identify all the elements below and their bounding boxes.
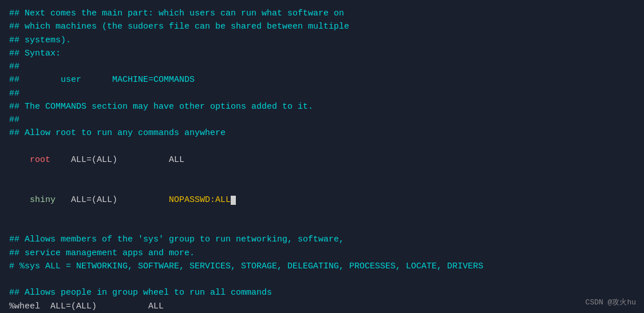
line-sys1: ## Allows members of the 'sys' group to … [9, 233, 635, 246]
line-4: ## Syntax: [9, 47, 635, 60]
line-wheel1: ## Allows people in group wheel to run a… [9, 286, 635, 299]
line-3: ## systems). [9, 34, 635, 47]
line-shiny: shiny ALL=(ALL) NOPASSWD:ALL [9, 180, 635, 220]
line-1: ## Next comes the main part: which users… [9, 7, 635, 20]
line-7: ## [9, 87, 635, 100]
root-rest: ALL=(ALL) ALL [50, 155, 184, 165]
line-6: ## user MACHINE=COMMANDS [9, 73, 635, 86]
line-wheel2: %wheel ALL=(ALL) ALL [9, 300, 635, 313]
line-sys3: # %sys ALL = NETWORKING, SOFTWARE, SERVI… [9, 260, 635, 273]
cursor [231, 196, 236, 205]
line-2: ## which machines (the sudoers file can … [9, 20, 635, 33]
line-8: ## The COMMANDS section may have other o… [9, 100, 635, 113]
line-10: ## Allow root to run any commands anywhe… [9, 126, 635, 140]
terminal: ## Next comes the main part: which users… [0, 0, 644, 313]
line-5: ## [9, 60, 635, 73]
nopasswd-text: NOPASSWD:ALL [169, 195, 231, 205]
shiny-rest: ALL=(ALL) [56, 195, 169, 205]
watermark: CSDN @攻火hu [586, 297, 636, 307]
line-sys2: ## service management apps and more. [9, 247, 635, 260]
line-9: ## [9, 113, 635, 126]
shiny-user: shiny [30, 195, 56, 205]
root-user: root [30, 155, 50, 165]
line-empty-2 [9, 273, 635, 286]
line-empty-1 [9, 220, 635, 233]
line-root: root ALL=(ALL) ALL [9, 140, 635, 180]
